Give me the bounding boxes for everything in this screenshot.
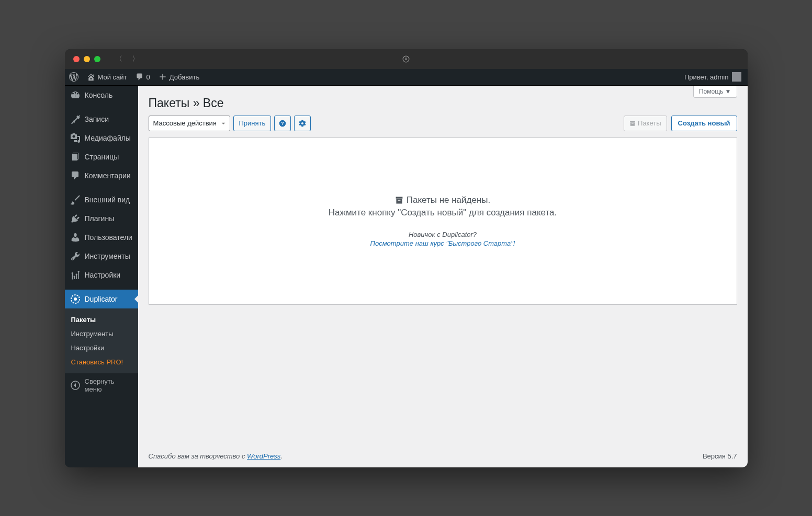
browser-window: 〈 〉 Мой сайт 0 Добавить Прив: [65, 49, 748, 467]
archive-icon: [395, 196, 403, 204]
admin-sidebar: Консоль Записи Медиафайлы Страницы Комме…: [65, 86, 138, 467]
user-menu[interactable]: Привет, admin: [684, 72, 748, 82]
forward-button[interactable]: 〉: [132, 54, 139, 64]
wp-logo[interactable]: [65, 69, 83, 85]
bulk-actions-select[interactable]: Массовые действия: [149, 116, 230, 131]
toolbar: Массовые действия Принять ? Пакеты Созда…: [138, 116, 748, 137]
sidebar-item-appearance[interactable]: Внешний вид: [65, 190, 138, 209]
main-content: Помощь ▼ Пакеты » Все Массовые действия …: [138, 86, 748, 467]
svg-point-2: [74, 297, 77, 301]
greeting-text: Привет, admin: [684, 73, 729, 81]
packages-button: Пакеты: [624, 116, 667, 131]
duplicator-submenu: Пакеты Инструменты Настройки Становись P…: [65, 308, 138, 373]
media-icon: [70, 133, 81, 143]
settings-icon-button[interactable]: [294, 116, 311, 131]
sidebar-label: Консоль: [85, 91, 113, 99]
pin-icon: [70, 114, 81, 124]
sidebar-item-comments[interactable]: Комментарии: [65, 166, 138, 185]
sidebar-label: Страницы: [85, 153, 119, 161]
collapse-icon: [70, 380, 81, 391]
help-tab[interactable]: Помощь ▼: [693, 86, 737, 98]
submenu-pro[interactable]: Становись PRO!: [65, 355, 138, 369]
submenu-tools[interactable]: Инструменты: [65, 327, 138, 341]
sidebar-item-console[interactable]: Консоль: [65, 86, 138, 105]
dashboard-icon: [70, 90, 81, 100]
submenu-packages[interactable]: Пакеты: [65, 313, 138, 327]
back-button[interactable]: 〈: [115, 54, 122, 64]
collapse-label: Свернуть меню: [85, 377, 133, 393]
minimize-window-button[interactable]: [84, 56, 90, 62]
titlebar: 〈 〉: [65, 49, 748, 69]
nav-arrows: 〈 〉: [115, 54, 139, 64]
download-icon[interactable]: [402, 55, 410, 63]
sidebar-label: Duplicator: [85, 295, 118, 303]
empty-subtitle: Нажмите кнопку "Создать новый" для созда…: [329, 208, 557, 218]
sidebar-label: Пользователи: [85, 233, 132, 242]
comments-count: 0: [146, 73, 150, 81]
sidebar-item-posts[interactable]: Записи: [65, 110, 138, 129]
comments-link[interactable]: 0: [131, 69, 154, 85]
svg-text:?: ?: [281, 120, 284, 125]
create-new-button[interactable]: Создать новый: [671, 116, 737, 131]
page-title: Пакеты » Все: [149, 96, 737, 110]
sidebar-label: Внешний вид: [85, 196, 130, 204]
duplicator-icon: [70, 294, 81, 304]
sidebar-item-tools[interactable]: Инструменты: [65, 247, 138, 266]
site-name-link[interactable]: Мой сайт: [83, 69, 131, 85]
sidebar-label: Записи: [85, 115, 109, 123]
wrench-icon: [70, 251, 81, 261]
wordpress-link[interactable]: WordPress: [247, 452, 280, 460]
add-new-link[interactable]: Добавить: [154, 69, 204, 85]
packages-empty-state: Пакеты не найдены. Нажмите кнопку "Созда…: [149, 137, 737, 305]
sidebar-label: Настройки: [85, 271, 121, 279]
sidebar-item-settings[interactable]: Настройки: [65, 266, 138, 284]
close-window-button[interactable]: [73, 56, 80, 62]
sidebar-item-plugins[interactable]: Плагины: [65, 209, 138, 228]
sidebar-label: Инструменты: [85, 252, 130, 260]
plugin-icon: [70, 213, 81, 224]
sidebar-label: Медиафайлы: [85, 134, 131, 142]
users-icon: [70, 232, 81, 243]
help-icon-button[interactable]: ?: [274, 116, 291, 131]
comment-icon: [70, 170, 81, 181]
sidebar-item-users[interactable]: Пользователи: [65, 228, 138, 247]
add-new-label: Добавить: [170, 73, 199, 81]
page-header: Пакеты » Все: [138, 86, 748, 116]
sidebar-label: Плагины: [85, 214, 115, 223]
sidebar-item-pages[interactable]: Страницы: [65, 147, 138, 166]
brush-icon: [70, 194, 81, 205]
quickstart-link[interactable]: Посмотрите наш курс "Быстрого Старта"!: [370, 239, 515, 247]
sidebar-item-media[interactable]: Медиафайлы: [65, 129, 138, 147]
site-title: Мой сайт: [98, 73, 127, 81]
archive-icon: [629, 120, 636, 127]
sidebar-item-duplicator[interactable]: Duplicator: [65, 290, 138, 308]
collapse-menu[interactable]: Свернуть меню: [65, 373, 138, 397]
helper-text: Новичок с Duplicator?: [409, 231, 477, 238]
footer-thanks: Спасибо вам за творчество с WordPress.: [149, 452, 283, 460]
sliders-icon: [70, 270, 81, 280]
empty-title: Пакеты не найдены.: [407, 195, 491, 205]
maximize-window-button[interactable]: [94, 56, 100, 62]
footer: Спасибо вам за творчество с WordPress. В…: [138, 445, 748, 467]
apply-button[interactable]: Принять: [233, 116, 272, 131]
footer-version: Версия 5.7: [703, 452, 737, 460]
avatar: [732, 72, 741, 82]
page-icon: [70, 152, 81, 162]
sidebar-label: Комментарии: [85, 171, 131, 180]
admin-bar: Мой сайт 0 Добавить Привет, admin: [65, 69, 748, 86]
submenu-settings[interactable]: Настройки: [65, 341, 138, 355]
traffic-lights: [73, 56, 100, 62]
